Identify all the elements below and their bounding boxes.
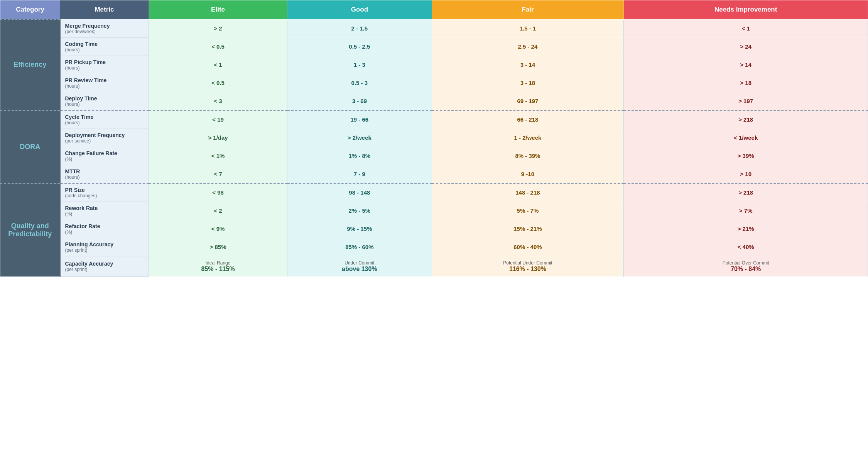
fair-value: 148 - 218	[432, 183, 624, 202]
elite-value: < 9%	[149, 220, 287, 238]
table-row: Deploy Time(hours)< 33 - 6969 - 197> 197	[0, 92, 868, 110]
header-fair: Fair	[432, 0, 624, 20]
metric-cell: Planning Accuracy(per sprint)	[60, 238, 149, 256]
metric-name: PR Pickup Time	[65, 59, 144, 65]
good-value: 19 - 66	[287, 110, 432, 129]
header-needs: Needs Improvement	[624, 0, 868, 20]
fair-value: 8% - 39%	[432, 147, 624, 165]
metric-sub: (hours)	[65, 102, 144, 107]
good-val: above 130%	[290, 266, 428, 273]
needs-value: > 18	[624, 74, 868, 92]
metric-name: Cycle Time	[65, 114, 144, 120]
needs-value: < 1/week	[624, 129, 868, 147]
good-value: Under Commitabove 130%	[287, 256, 432, 276]
metric-cell: PR Review Time(hours)	[60, 74, 149, 92]
needs-value: > 24	[624, 37, 868, 56]
table-row: Capacity Accuracy(per sprint)Ideal Range…	[0, 256, 868, 276]
table-row: Rework Rate(%)< 22% - 5%5% - 7%> 7%	[0, 202, 868, 220]
elite-value: < 98	[149, 183, 287, 202]
metric-name: PR Size	[65, 187, 144, 193]
good-value: 7 - 9	[287, 165, 432, 183]
fair-value: 66 - 218	[432, 110, 624, 129]
elite-value: < 19	[149, 110, 287, 129]
needs-value: > 39%	[624, 147, 868, 165]
table-row: Planning Accuracy(per sprint)> 85%85% - …	[0, 238, 868, 256]
needs-value: > 7%	[624, 202, 868, 220]
category-quality-and-predictability: Quality and Predictability	[0, 183, 60, 277]
elite-val: 85% - 115%	[152, 266, 284, 273]
good-value: > 2/week	[287, 129, 432, 147]
table-row: PR Review Time(hours)< 0.50.5 - 33 - 18>…	[0, 74, 868, 92]
elite-value: < 3	[149, 92, 287, 110]
metric-sub: (per sprint)	[65, 267, 144, 272]
metric-cell: Deployment Frequency(per service)	[60, 129, 149, 147]
metric-name: Change Failure Rate	[65, 150, 144, 156]
metric-sub: (hours)	[65, 175, 144, 180]
good-label: Under Commit	[290, 260, 428, 266]
metric-cell: Change Failure Rate(%)	[60, 147, 149, 165]
table-row: PR Pickup Time(hours)< 11 - 33 - 14> 14	[0, 56, 868, 74]
metric-cell: PR Pickup Time(hours)	[60, 56, 149, 74]
elite-value: < 2	[149, 202, 287, 220]
good-value: 0.5 - 3	[287, 74, 432, 92]
metric-sub: (hours)	[65, 65, 144, 71]
metric-sub: (per dev/week)	[65, 29, 144, 34]
fair-value: 1 - 2/week	[432, 129, 624, 147]
metric-sub: (%)	[65, 229, 144, 235]
fair-value: Potential Under Commit116% - 130%	[432, 256, 624, 276]
metric-name: Rework Rate	[65, 205, 144, 211]
fair-value: 3 - 18	[432, 74, 624, 92]
fair-value: 5% - 7%	[432, 202, 624, 220]
metric-name: Merge Frequency	[65, 23, 144, 29]
good-value: 2% - 5%	[287, 202, 432, 220]
category-dora: DORA	[0, 110, 60, 183]
elite-value: Ideal Range85% - 115%	[149, 256, 287, 276]
elite-label: Ideal Range	[152, 260, 284, 266]
table-row: MTTR(hours)< 77 - 99 -10> 10	[0, 165, 868, 183]
needs-value: < 1	[624, 19, 868, 37]
fair-value: 69 - 197	[432, 92, 624, 110]
metric-cell: Coding Time(hours)	[60, 37, 149, 56]
elite-value: > 1/day	[149, 129, 287, 147]
metric-name: Deployment Frequency	[65, 132, 144, 138]
needs-label: Potential Over Commit	[627, 260, 865, 266]
metric-name: Capacity Accuracy	[65, 261, 144, 267]
metric-name: Refactor Rate	[65, 223, 144, 229]
metric-sub: (%)	[65, 211, 144, 217]
header-elite: Elite	[149, 0, 287, 20]
metric-name: Deploy Time	[65, 95, 144, 102]
needs-value: > 14	[624, 56, 868, 74]
fair-value: 60% - 40%	[432, 238, 624, 256]
metric-name: Planning Accuracy	[65, 241, 144, 247]
needs-value: > 218	[624, 110, 868, 129]
needs-val: 70% - 84%	[627, 266, 865, 273]
table-body: EfficiencyMerge Frequency(per dev/week)>…	[0, 19, 868, 276]
metric-cell: Merge Frequency(per dev/week)	[60, 19, 149, 37]
metric-cell: MTTR(hours)	[60, 165, 149, 183]
metric-sub: (per service)	[65, 138, 144, 144]
fair-val: 116% - 130%	[435, 266, 621, 273]
metric-name: PR Review Time	[65, 77, 144, 83]
needs-value: < 40%	[624, 238, 868, 256]
good-value: 98 - 148	[287, 183, 432, 202]
header-metric: Metric	[60, 0, 149, 20]
category-efficiency: Efficiency	[0, 19, 60, 110]
metric-name: MTTR	[65, 168, 144, 175]
metric-cell: Capacity Accuracy(per sprint)	[60, 256, 149, 276]
needs-value: Potential Over Commit70% - 84%	[624, 256, 868, 276]
metric-sub: (code changes)	[65, 193, 144, 198]
fair-value: 9 -10	[432, 165, 624, 183]
metrics-table: Category Metric Elite Good Fair Needs Im…	[0, 0, 868, 277]
elite-value: > 85%	[149, 238, 287, 256]
good-value: 0.5 - 2.5	[287, 37, 432, 56]
table-row: DORACycle Time(hours)< 1919 - 6666 - 218…	[0, 110, 868, 129]
elite-value: < 0.5	[149, 37, 287, 56]
elite-value: < 1%	[149, 147, 287, 165]
needs-value: > 10	[624, 165, 868, 183]
table-row: Refactor Rate(%)< 9%9% - 15%15% - 21%> 2…	[0, 220, 868, 238]
header-row: Category Metric Elite Good Fair Needs Im…	[0, 0, 868, 20]
metric-sub: (hours)	[65, 120, 144, 125]
good-value: 1 - 3	[287, 56, 432, 74]
good-value: 1% - 8%	[287, 147, 432, 165]
elite-value: < 7	[149, 165, 287, 183]
